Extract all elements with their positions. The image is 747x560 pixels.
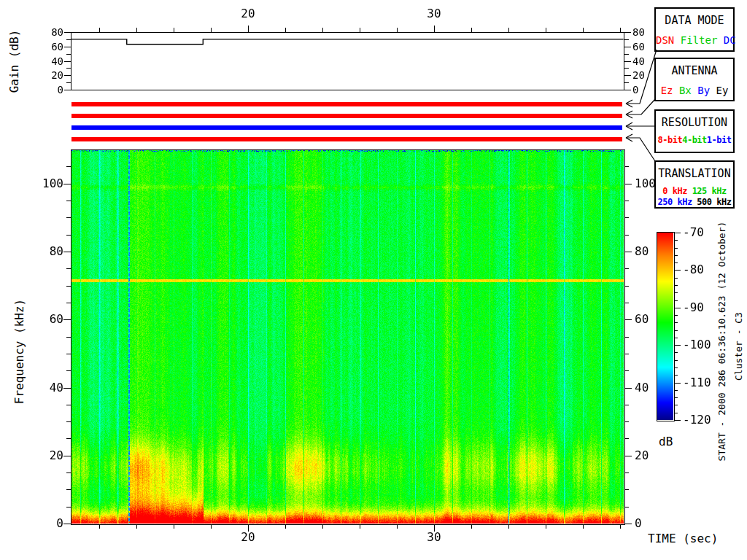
colorbar-tick bbox=[674, 270, 681, 271]
freq-tick-right bbox=[624, 507, 629, 508]
colorbar-tick bbox=[674, 345, 681, 346]
colorbar-tick bbox=[674, 413, 678, 413]
freq-tick-right bbox=[624, 217, 629, 218]
time-tick-top bbox=[471, 28, 472, 32]
resolution-values: 8-bit4-bit1-bit bbox=[656, 136, 733, 145]
time-tick-bottom bbox=[99, 524, 100, 529]
freq-tick-left bbox=[63, 319, 71, 320]
freq-tick-right bbox=[624, 337, 629, 338]
gain-axis-title: Gain (dB) bbox=[9, 18, 20, 105]
freq-tick-label-right: 0 bbox=[635, 518, 642, 529]
gain-tick-left bbox=[64, 75, 71, 76]
translation-option: 125 kHz bbox=[692, 186, 727, 196]
gain-tick-left bbox=[64, 47, 71, 47]
freq-tick-left bbox=[63, 252, 71, 252]
freq-tick-right bbox=[624, 286, 629, 287]
gain-tick-left bbox=[64, 61, 71, 62]
freq-tick-left bbox=[66, 303, 71, 303]
freq-tick-label-right: 40 bbox=[635, 382, 649, 394]
colorbar-tick bbox=[674, 240, 678, 241]
gain-tick-label-right: 60 bbox=[632, 42, 645, 52]
gain-tick-left bbox=[66, 82, 71, 83]
freq-tick-right bbox=[624, 201, 629, 201]
freq-tick-right bbox=[624, 489, 629, 490]
time-tick-top bbox=[136, 28, 137, 32]
time-tick-bottom bbox=[136, 524, 137, 529]
data-mode-title: DATA MODE bbox=[656, 15, 733, 26]
antenna-option: Ez bbox=[661, 85, 673, 96]
time-tick-bottom bbox=[360, 524, 360, 529]
time-tick-top bbox=[546, 28, 546, 32]
time-tick-bottom bbox=[397, 524, 398, 529]
freq-tick-label-left: 60 bbox=[39, 314, 63, 325]
time-tick-top bbox=[99, 28, 100, 32]
gain-tick-left bbox=[64, 32, 71, 33]
time-tick-label-bottom: 30 bbox=[426, 532, 442, 543]
translation-option: 250 kHz bbox=[658, 197, 692, 207]
freq-tick-left bbox=[66, 166, 71, 167]
colorbar-tick-label: -120 bbox=[683, 414, 711, 426]
antenna-values: Ez Bx By Ey bbox=[656, 85, 733, 96]
data-mode-option: Filter bbox=[681, 34, 718, 46]
colorbar-tick bbox=[674, 248, 678, 249]
freq-tick-label-right: 80 bbox=[635, 246, 649, 257]
antenna-option: Bx bbox=[679, 85, 692, 96]
status-bar-antenna bbox=[71, 114, 622, 118]
gain-tick-label-right: 40 bbox=[632, 56, 645, 66]
resolution-title: RESOLUTION bbox=[656, 117, 733, 128]
gain-tick-left bbox=[66, 54, 71, 55]
freq-tick-label-right: 60 bbox=[635, 314, 649, 325]
freq-tick-right bbox=[624, 252, 632, 252]
gain-tick-label-right: 0 bbox=[632, 85, 638, 95]
time-tick-bottom bbox=[285, 524, 286, 529]
gain-tick-left bbox=[64, 90, 71, 90]
freq-tick-left bbox=[66, 489, 71, 490]
colorbar-tick bbox=[674, 315, 678, 316]
colorbar-unit-label: dB bbox=[659, 436, 673, 448]
freq-tick-right bbox=[624, 456, 632, 456]
freq-tick-right bbox=[624, 405, 629, 405]
colorbar-tick-label: -90 bbox=[683, 302, 704, 314]
freq-tick-left bbox=[63, 456, 71, 456]
colorbar-tick bbox=[674, 278, 678, 279]
freq-tick-label-right: 100 bbox=[635, 178, 656, 190]
time-tick-bottom bbox=[211, 524, 212, 529]
freq-tick-right bbox=[624, 166, 629, 167]
antenna-box: ANTENNA Ez Bx By Ey bbox=[654, 58, 735, 101]
colorbar-tick bbox=[674, 420, 681, 421]
colorbar-tick bbox=[674, 285, 678, 286]
translation-box: TRANSLATION 0 kHz 125 kHz 250 kHz 500 kH… bbox=[654, 160, 735, 209]
colorbar-tick-label: -110 bbox=[683, 377, 711, 389]
freq-tick-right bbox=[624, 370, 629, 371]
time-tick-bottom bbox=[174, 524, 174, 529]
status-bar-resolution bbox=[71, 125, 622, 130]
colorbar-tick bbox=[674, 397, 678, 398]
time-tick-label-bottom: 20 bbox=[240, 532, 256, 543]
gain-panel bbox=[71, 32, 624, 90]
antenna-title: ANTENNA bbox=[656, 66, 733, 77]
start-time-annotation: START - 2000 286 06:36:10.623 (12 Octobe… bbox=[716, 217, 728, 465]
time-tick-top bbox=[322, 28, 323, 32]
colorbar-tick bbox=[674, 390, 678, 391]
gain-tick-right bbox=[624, 32, 631, 33]
colorbar-tick bbox=[674, 292, 678, 293]
freq-tick-right bbox=[624, 319, 632, 320]
gain-tick-left bbox=[66, 68, 71, 69]
colorbar-tick bbox=[674, 405, 678, 405]
colorbar-tick bbox=[674, 255, 678, 256]
freq-tick-right bbox=[624, 438, 629, 439]
gain-tick-right bbox=[624, 68, 629, 69]
gain-tick-label-left: 60 bbox=[44, 42, 63, 52]
translation-values: 250 kHz 500 kHz bbox=[656, 198, 733, 207]
gain-tick-right bbox=[624, 90, 631, 90]
time-tick-top bbox=[174, 28, 174, 32]
gain-tick-right bbox=[624, 47, 631, 47]
gain-tick-label-left: 80 bbox=[44, 27, 63, 37]
time-tick-bottom bbox=[322, 524, 323, 529]
colorbar-tick bbox=[674, 383, 681, 384]
status-bar-data-mode bbox=[71, 102, 622, 106]
freq-tick-label-left: 40 bbox=[39, 382, 63, 394]
time-tick-top bbox=[620, 28, 621, 32]
colorbar-tick bbox=[674, 360, 678, 361]
gain-tick-right bbox=[624, 54, 629, 55]
